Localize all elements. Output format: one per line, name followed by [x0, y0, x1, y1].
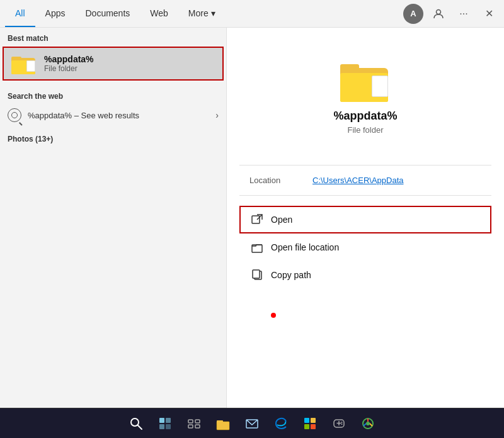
svg-rect-10	[159, 418, 164, 423]
taskbar-mail-btn[interactable]	[238, 411, 266, 436]
svg-rect-13	[166, 424, 171, 429]
svg-point-0	[437, 9, 441, 14]
result-folder-icon	[340, 59, 391, 102]
chevron-right-icon: ›	[215, 110, 219, 120]
open-label: Open	[271, 215, 292, 225]
best-match-label: Best match	[0, 28, 226, 45]
divider-top	[239, 165, 491, 166]
search-web-text: %appdata% – See web results	[28, 111, 139, 120]
open-action[interactable]: Open	[239, 206, 491, 233]
copy-path-icon	[251, 269, 263, 281]
red-dot-indicator	[271, 313, 276, 318]
search-web-item[interactable]: %appdata% – See web results ›	[0, 103, 226, 127]
svg-line-35	[364, 424, 366, 426]
svg-rect-7	[253, 270, 260, 278]
svg-point-30	[341, 424, 343, 425]
search-glass-icon	[11, 112, 18, 118]
svg-rect-25	[311, 424, 316, 429]
svg-rect-24	[304, 424, 309, 429]
tab-documents[interactable]: Documents	[75, 0, 140, 27]
taskbar-chrome-btn[interactable]	[354, 411, 382, 436]
person-icon-btn[interactable]	[428, 4, 449, 24]
taskbar-widgets-btn[interactable]	[151, 411, 179, 436]
taskbar-taskview-btn[interactable]	[180, 411, 208, 436]
svg-rect-16	[188, 425, 193, 428]
right-panel: %appdata% File folder Location C:\Users\…	[227, 28, 504, 438]
svg-rect-14	[188, 420, 193, 423]
photos-section-label: Photos (13+)	[0, 131, 226, 146]
copy-path-label: Copy path	[271, 270, 311, 280]
folder-icon	[11, 53, 37, 74]
best-match-text: %appdata% File folder	[44, 54, 94, 73]
close-btn[interactable]: ✕	[479, 4, 499, 24]
taskbar-store-btn[interactable]	[296, 411, 324, 436]
search-web-label: Search the web	[0, 86, 226, 103]
chevron-down-icon: ▾	[211, 8, 215, 18]
actions-list: Open Open file location	[239, 201, 491, 294]
avatar[interactable]: A	[403, 4, 423, 24]
svg-rect-22	[304, 418, 309, 423]
tab-all[interactable]: All	[5, 0, 35, 27]
taskbar-center	[122, 411, 382, 436]
svg-rect-11	[166, 418, 171, 423]
copy-path-action[interactable]: Copy path	[239, 261, 491, 289]
person-icon	[433, 8, 444, 20]
svg-rect-17	[195, 425, 200, 428]
svg-rect-23	[311, 418, 316, 423]
svg-point-32	[366, 422, 370, 425]
svg-point-8	[131, 418, 139, 426]
left-panel: Best match %appdata% File folder Search …	[0, 28, 227, 438]
tab-apps[interactable]: Apps	[35, 0, 76, 27]
taskbar	[0, 408, 504, 438]
search-window: All Apps Documents Web More ▾ A ··· ✕	[0, 0, 504, 438]
main-content: Best match %appdata% File folder Search …	[0, 28, 504, 438]
ellipsis-icon: ···	[459, 8, 467, 20]
svg-rect-15	[195, 420, 200, 423]
svg-rect-12	[159, 424, 164, 429]
tab-more[interactable]: More ▾	[178, 0, 226, 27]
taskbar-game-btn[interactable]	[325, 411, 353, 436]
svg-rect-3	[252, 216, 260, 223]
divider-bottom	[239, 195, 491, 196]
svg-line-9	[138, 425, 142, 429]
tab-web[interactable]: Web	[140, 0, 178, 27]
taskbar-search-btn[interactable]	[122, 411, 150, 436]
title-bar-controls: A ··· ✕	[403, 4, 499, 24]
result-header: %appdata% File folder	[239, 40, 491, 160]
taskbar-edge-btn[interactable]	[267, 411, 295, 436]
file-location-icon	[251, 241, 263, 254]
result-subtitle: File folder	[347, 125, 383, 135]
taskbar-explorer-btn[interactable]	[209, 411, 237, 436]
svg-line-34	[370, 424, 372, 426]
result-meta: Location C:\Users\ACER\AppData	[239, 171, 491, 190]
open-file-location-label: Open file location	[271, 242, 339, 252]
location-label: Location	[249, 176, 300, 185]
location-value[interactable]: C:\Users\ACER\AppData	[312, 176, 404, 185]
item-type: File folder	[44, 64, 94, 73]
more-tab-label: More	[188, 8, 209, 18]
search-circle-icon	[8, 108, 21, 122]
open-icon	[251, 213, 263, 226]
search-web-section: Search the web %appdata% – See web resul…	[0, 82, 226, 131]
title-bar: All Apps Documents Web More ▾ A ··· ✕	[0, 0, 504, 28]
more-options-btn[interactable]: ···	[454, 4, 474, 24]
svg-point-29	[341, 422, 343, 423]
tabs: All Apps Documents Web More ▾	[5, 0, 403, 27]
item-name: %appdata%	[44, 54, 94, 64]
open-file-location-action[interactable]: Open file location	[239, 233, 491, 261]
result-title: %appdata%	[333, 110, 397, 123]
svg-rect-20	[217, 420, 223, 424]
best-match-item[interactable]: %appdata% File folder	[3, 47, 224, 81]
